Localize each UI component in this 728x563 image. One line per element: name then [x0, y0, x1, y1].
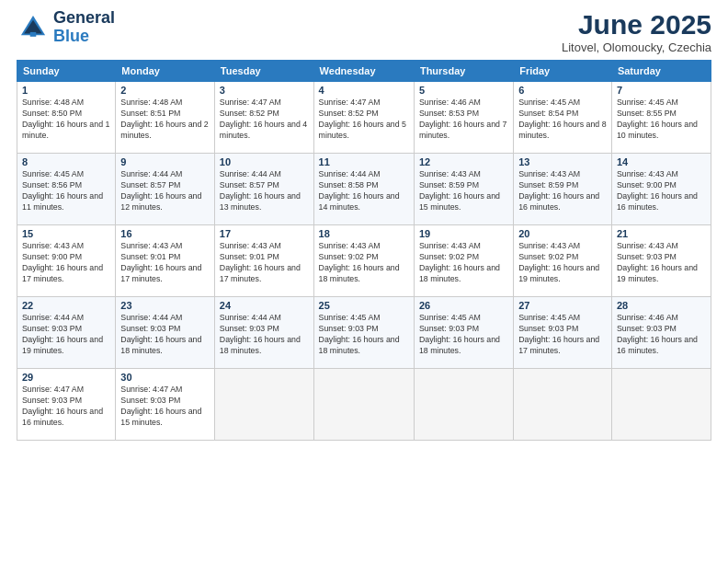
- calendar-cell: 27Sunrise: 4:45 AMSunset: 9:03 PMDayligh…: [514, 297, 612, 369]
- calendar-week-row: 15Sunrise: 4:43 AMSunset: 9:00 PMDayligh…: [17, 225, 711, 297]
- calendar-week-row: 8Sunrise: 4:45 AMSunset: 8:56 PMDaylight…: [17, 154, 711, 225]
- col-header-tuesday: Tuesday: [214, 61, 313, 82]
- location-subtitle: Litovel, Olomoucky, Czechia: [562, 40, 711, 54]
- day-number: 18: [319, 228, 409, 239]
- day-info: Sunrise: 4:43 AMSunset: 9:02 PMDaylight:…: [419, 241, 508, 285]
- day-info: Sunrise: 4:43 AMSunset: 8:59 PMDaylight:…: [419, 169, 508, 213]
- calendar-cell: 6Sunrise: 4:45 AMSunset: 8:54 PMDaylight…: [514, 82, 612, 154]
- calendar-cell: [313, 369, 414, 441]
- day-info: Sunrise: 4:45 AMSunset: 9:03 PMDaylight:…: [419, 313, 508, 357]
- calendar-cell: [214, 369, 313, 441]
- calendar-cell: 3Sunrise: 4:47 AMSunset: 8:52 PMDaylight…: [214, 82, 313, 154]
- calendar-cell: 1Sunrise: 4:48 AMSunset: 8:50 PMDaylight…: [17, 82, 116, 154]
- calendar-cell: 10Sunrise: 4:44 AMSunset: 8:57 PMDayligh…: [214, 154, 313, 225]
- day-number: 10: [220, 156, 309, 167]
- day-info: Sunrise: 4:44 AMSunset: 8:57 PMDaylight:…: [220, 169, 309, 213]
- calendar-cell: 8Sunrise: 4:45 AMSunset: 8:56 PMDaylight…: [17, 154, 116, 225]
- calendar-cell: 29Sunrise: 4:47 AMSunset: 9:03 PMDayligh…: [17, 369, 116, 441]
- calendar-cell: 25Sunrise: 4:45 AMSunset: 9:03 PMDayligh…: [313, 297, 414, 369]
- page: General Blue June 2025 Litovel, Olomouck…: [0, 0, 728, 563]
- calendar-cell: 11Sunrise: 4:44 AMSunset: 8:58 PMDayligh…: [313, 154, 414, 225]
- calendar-cell: [611, 369, 711, 441]
- day-info: Sunrise: 4:43 AMSunset: 9:03 PMDaylight:…: [617, 241, 706, 285]
- calendar-week-row: 29Sunrise: 4:47 AMSunset: 9:03 PMDayligh…: [17, 369, 711, 441]
- day-info: Sunrise: 4:44 AMSunset: 8:58 PMDaylight:…: [319, 169, 409, 213]
- day-number: 17: [220, 228, 309, 239]
- calendar-cell: 23Sunrise: 4:44 AMSunset: 9:03 PMDayligh…: [116, 297, 215, 369]
- calendar-cell: 13Sunrise: 4:43 AMSunset: 8:59 PMDayligh…: [514, 154, 612, 225]
- day-number: 15: [22, 228, 110, 239]
- day-info: Sunrise: 4:44 AMSunset: 8:57 PMDaylight:…: [120, 169, 210, 213]
- calendar-week-row: 22Sunrise: 4:44 AMSunset: 9:03 PMDayligh…: [17, 297, 711, 369]
- day-number: 22: [22, 300, 110, 311]
- col-header-sunday: Sunday: [17, 61, 116, 82]
- header: General Blue June 2025 Litovel, Olomouck…: [17, 9, 711, 54]
- col-header-friday: Friday: [514, 61, 612, 82]
- day-number: 19: [419, 228, 508, 239]
- logo-text: General Blue: [53, 9, 115, 46]
- calendar-cell: 17Sunrise: 4:43 AMSunset: 9:01 PMDayligh…: [214, 225, 313, 297]
- day-number: 6: [518, 85, 607, 96]
- day-number: 12: [419, 156, 508, 167]
- day-info: Sunrise: 4:43 AMSunset: 9:01 PMDaylight:…: [120, 241, 210, 285]
- month-title: June 2025: [562, 9, 711, 40]
- day-info: Sunrise: 4:43 AMSunset: 9:02 PMDaylight:…: [319, 241, 409, 285]
- day-info: Sunrise: 4:44 AMSunset: 9:03 PMDaylight:…: [22, 313, 110, 357]
- day-number: 28: [617, 300, 706, 311]
- day-number: 23: [120, 300, 210, 311]
- day-number: 24: [220, 300, 309, 311]
- day-number: 8: [22, 156, 110, 167]
- day-info: Sunrise: 4:46 AMSunset: 8:53 PMDaylight:…: [419, 98, 508, 142]
- day-number: 11: [319, 156, 409, 167]
- day-number: 21: [617, 228, 706, 239]
- calendar-cell: 24Sunrise: 4:44 AMSunset: 9:03 PMDayligh…: [214, 297, 313, 369]
- day-info: Sunrise: 4:45 AMSunset: 8:56 PMDaylight:…: [22, 169, 110, 213]
- day-info: Sunrise: 4:44 AMSunset: 9:03 PMDaylight:…: [220, 313, 309, 357]
- col-header-thursday: Thursday: [414, 61, 513, 82]
- day-number: 5: [419, 85, 508, 96]
- calendar-week-row: 1Sunrise: 4:48 AMSunset: 8:50 PMDaylight…: [17, 82, 711, 154]
- calendar-cell: 16Sunrise: 4:43 AMSunset: 9:01 PMDayligh…: [116, 225, 215, 297]
- logo-icon: [17, 11, 50, 44]
- calendar-cell: 26Sunrise: 4:45 AMSunset: 9:03 PMDayligh…: [414, 297, 513, 369]
- day-number: 1: [22, 85, 110, 96]
- day-number: 4: [319, 85, 409, 96]
- day-info: Sunrise: 4:48 AMSunset: 8:50 PMDaylight:…: [22, 98, 110, 142]
- day-number: 26: [419, 300, 508, 311]
- day-info: Sunrise: 4:46 AMSunset: 9:03 PMDaylight:…: [617, 313, 706, 357]
- svg-rect-2: [30, 32, 37, 37]
- calendar-cell: 5Sunrise: 4:46 AMSunset: 8:53 PMDaylight…: [414, 82, 513, 154]
- day-number: 14: [617, 156, 706, 167]
- day-number: 9: [120, 156, 210, 167]
- calendar-cell: 14Sunrise: 4:43 AMSunset: 9:00 PMDayligh…: [611, 154, 711, 225]
- col-header-wednesday: Wednesday: [313, 61, 414, 82]
- day-info: Sunrise: 4:43 AMSunset: 9:00 PMDaylight:…: [617, 169, 706, 213]
- day-info: Sunrise: 4:43 AMSunset: 9:02 PMDaylight:…: [518, 241, 607, 285]
- day-number: 30: [120, 372, 210, 383]
- day-number: 16: [120, 228, 210, 239]
- day-info: Sunrise: 4:45 AMSunset: 9:03 PMDaylight:…: [518, 313, 607, 357]
- day-info: Sunrise: 4:48 AMSunset: 8:51 PMDaylight:…: [120, 98, 210, 142]
- calendar-header-row: SundayMondayTuesdayWednesdayThursdayFrid…: [17, 61, 711, 82]
- calendar-cell: 22Sunrise: 4:44 AMSunset: 9:03 PMDayligh…: [17, 297, 116, 369]
- calendar-cell: 30Sunrise: 4:47 AMSunset: 9:03 PMDayligh…: [116, 369, 215, 441]
- calendar-cell: [414, 369, 513, 441]
- day-number: 25: [319, 300, 409, 311]
- day-number: 29: [22, 372, 110, 383]
- calendar-cell: 4Sunrise: 4:47 AMSunset: 8:52 PMDaylight…: [313, 82, 414, 154]
- calendar-cell: 15Sunrise: 4:43 AMSunset: 9:00 PMDayligh…: [17, 225, 116, 297]
- day-info: Sunrise: 4:44 AMSunset: 9:03 PMDaylight:…: [120, 313, 210, 357]
- calendar-table: SundayMondayTuesdayWednesdayThursdayFrid…: [17, 60, 711, 441]
- day-info: Sunrise: 4:47 AMSunset: 8:52 PMDaylight:…: [319, 98, 409, 142]
- col-header-saturday: Saturday: [611, 61, 711, 82]
- day-number: 7: [617, 85, 706, 96]
- day-number: 13: [518, 156, 607, 167]
- day-number: 3: [220, 85, 309, 96]
- calendar-cell: 21Sunrise: 4:43 AMSunset: 9:03 PMDayligh…: [611, 225, 711, 297]
- calendar-cell: 2Sunrise: 4:48 AMSunset: 8:51 PMDaylight…: [116, 82, 215, 154]
- day-info: Sunrise: 4:47 AMSunset: 9:03 PMDaylight:…: [120, 385, 210, 429]
- day-info: Sunrise: 4:43 AMSunset: 9:00 PMDaylight:…: [22, 241, 110, 285]
- day-info: Sunrise: 4:47 AMSunset: 8:52 PMDaylight:…: [220, 98, 309, 142]
- day-info: Sunrise: 4:43 AMSunset: 8:59 PMDaylight:…: [518, 169, 607, 213]
- day-number: 27: [518, 300, 607, 311]
